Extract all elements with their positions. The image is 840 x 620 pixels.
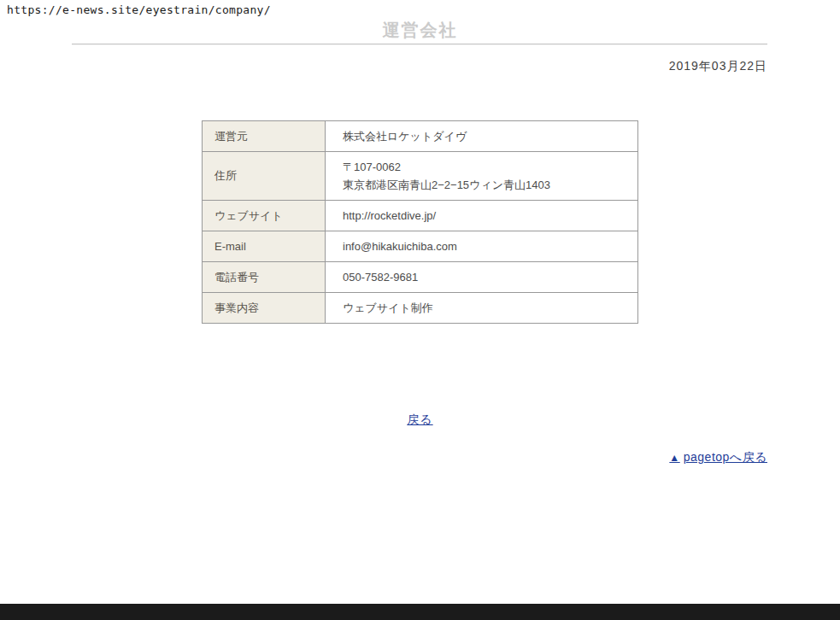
- row-value: 株式会社ロケットダイヴ: [326, 121, 638, 152]
- company-page: { "page": { "url_label": "https://e-news…: [0, 0, 840, 620]
- row-value-text: info@hikakuichiba.com: [343, 237, 637, 255]
- footer-bar: [0, 604, 840, 620]
- row-label: 電話番号: [203, 262, 326, 293]
- row-label: ウェブサイト: [203, 201, 326, 231]
- row-value: http://rocketdive.jp/: [326, 201, 638, 231]
- row-value: info@hikakuichiba.com: [326, 231, 638, 262]
- title-divider: [72, 44, 767, 45]
- table-row: E-mail info@hikakuichiba.com: [203, 231, 638, 262]
- row-label-text: 運営元: [214, 130, 248, 143]
- table-row: 運営元 株式会社ロケットダイヴ: [203, 121, 638, 152]
- row-value-text: 株式会社ロケットダイヴ: [343, 127, 637, 145]
- row-value: 050-7582-9681: [326, 262, 638, 293]
- row-label: E-mail: [203, 231, 326, 262]
- back-link[interactable]: 戻る: [407, 412, 432, 426]
- row-label: 事業内容: [203, 293, 326, 324]
- table-row: ウェブサイト http://rocketdive.jp/: [203, 201, 638, 231]
- row-value-text: 050-7582-9681: [343, 268, 637, 286]
- company-info-table: 運営元 株式会社ロケットダイヴ 住所 〒107-0062 東京都港区南青山2−2…: [202, 120, 638, 324]
- pagetop-link-label: pagetopへ戻る: [684, 450, 767, 464]
- page-url-label: https://e-news.site/eyestrain/company/: [7, 3, 271, 16]
- row-label-text: ウェブサイト: [214, 209, 283, 222]
- page-title: 運営会社: [0, 19, 840, 42]
- triangle-up-icon: ▲: [669, 452, 679, 464]
- row-label-text: 事業内容: [214, 301, 259, 314]
- table-row: 電話番号 050-7582-9681: [203, 262, 638, 293]
- row-label-text: 住所: [214, 169, 237, 182]
- row-value-text: 〒107-0062 東京都港区南青山2−2−15ウィン青山1403: [343, 158, 637, 194]
- back-link-container: 戻る: [0, 412, 840, 428]
- row-label-text: E-mail: [214, 240, 246, 253]
- pagetop-link[interactable]: ▲pagetopへ戻る: [669, 450, 767, 465]
- row-value: ウェブサイト制作: [326, 293, 638, 324]
- date-label: 2019年03月22日: [669, 59, 767, 74]
- row-value-text: http://rocketdive.jp/: [343, 207, 637, 225]
- row-value-text: ウェブサイト制作: [343, 299, 637, 317]
- row-label: 運営元: [203, 121, 326, 152]
- row-label: 住所: [203, 152, 326, 201]
- row-value: 〒107-0062 東京都港区南青山2−2−15ウィン青山1403: [326, 152, 638, 201]
- table-row: 住所 〒107-0062 東京都港区南青山2−2−15ウィン青山1403: [203, 152, 638, 201]
- row-label-text: 電話番号: [214, 271, 259, 284]
- table-row: 事業内容 ウェブサイト制作: [203, 293, 638, 324]
